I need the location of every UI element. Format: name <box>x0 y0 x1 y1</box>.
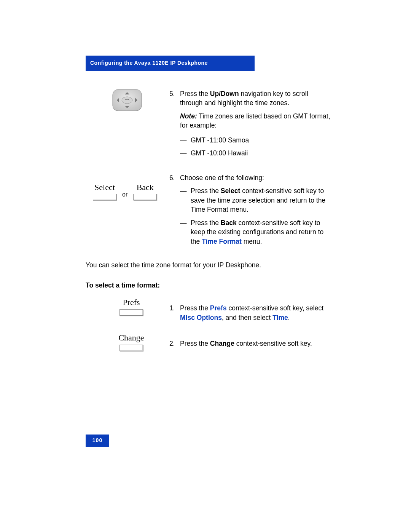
text: Press the <box>180 90 210 97</box>
misc-options-label: Misc Options <box>180 314 222 321</box>
gmt-item: — GMT -10:00 Hawaii <box>180 149 331 158</box>
prefs-label: Prefs <box>210 304 227 312</box>
text: context-sensitive soft key, select <box>227 304 324 312</box>
time-label: Time <box>272 314 288 321</box>
softkey-label: Prefs <box>112 297 150 308</box>
dash: — <box>180 218 191 246</box>
step-5-row: 5. Press the Up/Down navigation key to s… <box>86 89 331 162</box>
back-label: Back <box>221 219 237 227</box>
back-softkey: Back <box>130 182 160 201</box>
step-6: 6. Choose one of the following: — Press … <box>169 173 331 246</box>
dash: — <box>180 186 191 214</box>
page-header: Configuring the Avaya 1120E IP Deskphone <box>86 56 255 71</box>
change-softkey: Change <box>112 332 150 351</box>
text: Choose one of the following: <box>180 174 264 182</box>
step-1-row: Prefs 1. Press the Prefs context-sensiti… <box>86 297 331 326</box>
step-num: 6. <box>169 173 180 246</box>
softkey-label: Change <box>112 332 150 344</box>
step-text: Choose one of the following: — Press the… <box>180 173 331 246</box>
text: context-sensitive soft key. <box>234 340 312 347</box>
step-num: 5. <box>169 89 180 158</box>
softkey-label: Back <box>137 182 154 193</box>
text: . <box>288 314 290 321</box>
step-1: 1. Press the Prefs context-sensitive sof… <box>169 304 331 322</box>
change-label: Change <box>210 340 234 347</box>
document-page: Configuring the Avaya 1120E IP Deskphone <box>0 0 411 532</box>
softkey-box-icon <box>119 309 143 316</box>
note-text: Time zones are listed based on GMT forma… <box>180 112 330 129</box>
step-6-row: Select or Back 6. Choose one of the foll… <box>86 173 331 250</box>
softkey-box-icon <box>133 194 157 200</box>
page-number: 100 <box>86 435 109 447</box>
step-num: 2. <box>169 339 180 348</box>
dash: — <box>180 149 191 158</box>
paragraph: You can select the time zone format for … <box>86 260 331 270</box>
text: Press the <box>180 304 210 312</box>
text: Press the <box>191 219 221 227</box>
dash: — <box>180 136 191 145</box>
step-5: 5. Press the Up/Down navigation key to s… <box>169 89 331 158</box>
select-softkey: Select <box>89 182 120 201</box>
time-format-link: Time Format <box>202 238 242 245</box>
text: menu. <box>242 238 262 245</box>
softkey-label: Select <box>94 182 115 193</box>
gmt-item: — GMT -11:00 Samoa <box>180 136 331 145</box>
updown-label: Up/Down <box>210 90 239 97</box>
section-heading: To select a time format: <box>86 281 331 290</box>
select-label: Select <box>221 187 241 195</box>
or-text: or <box>122 190 127 199</box>
softkey-box-icon <box>119 345 143 351</box>
select-back-keys: Select or Back <box>89 182 166 201</box>
navigation-key-icon <box>112 89 166 111</box>
step-num: 1. <box>169 304 180 322</box>
note-label: Note: <box>180 112 197 120</box>
gmt-text: GMT -10:00 Hawaii <box>191 149 331 158</box>
gmt-text: GMT -11:00 Samoa <box>191 136 331 145</box>
step-text: Press the Up/Down navigation key to scro… <box>180 89 331 158</box>
softkey-box-icon <box>93 194 116 200</box>
text: , and then select <box>222 314 272 321</box>
step-2: 2. Press the Change context-sensitive so… <box>169 339 331 348</box>
svg-point-1 <box>122 97 132 104</box>
text: Press the <box>191 187 221 195</box>
prefs-softkey: Prefs <box>112 297 150 316</box>
text: Press the <box>180 340 210 347</box>
step-2-row: Change 2. Press the Change context-sensi… <box>86 332 331 352</box>
